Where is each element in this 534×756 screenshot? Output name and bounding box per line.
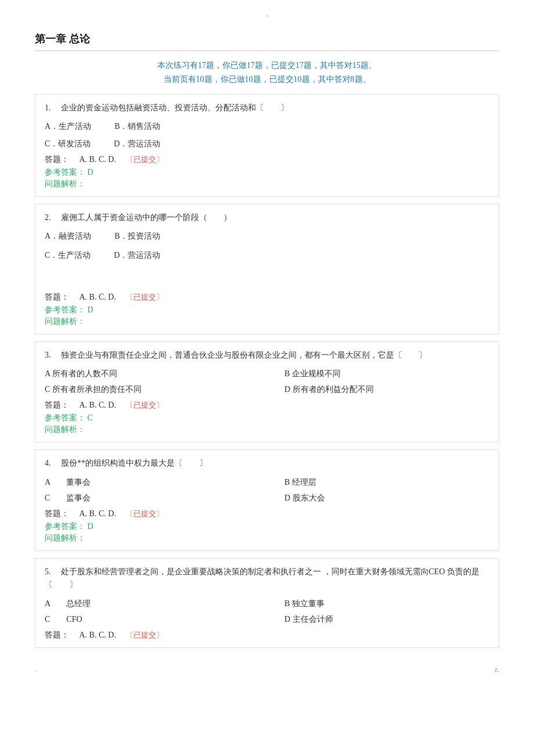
question-content-1: 企业的资金运动包括融资活动、投资活动、分配活动和〔 〕: [61, 103, 288, 112]
options-col-4: A 董事会 B 经理层 C 监事会 D 股东大会: [45, 475, 489, 505]
ref-value-2: D: [88, 305, 93, 314]
ref-answer-3: 参考答案： C: [45, 413, 489, 423]
option-3-B: B 企业规模不同: [284, 366, 489, 381]
analysis-1: 问题解析：: [45, 179, 489, 189]
answer-value-2: A. B. C. D.: [80, 293, 116, 301]
option-1-A: A．生产活动: [45, 119, 91, 134]
option-3-C: C 所有者所承担的责任不同: [45, 382, 250, 397]
option-5-B: B 独立董事: [284, 596, 489, 611]
question-block-2: 2. 雇佣工人属于资金运动中的哪一个阶段（ ） A．融资活动 B．投资活动 C．…: [35, 204, 499, 334]
answer-line-4: 答题： A. B. C. D. 〔已提交〕: [45, 509, 489, 519]
submitted-badge-3: 〔已提交〕: [126, 401, 164, 409]
option-1-D: D．营运活动: [114, 136, 160, 151]
answer-line-3: 答题： A. B. C. D. 〔已提交〕: [45, 400, 489, 411]
option-2-D: D．营运活动: [114, 248, 160, 262]
options-row-2b: C．生产活动 D．营运活动: [45, 248, 489, 262]
question-content-5: 处于股东和经营管理者之间，是企业重要战略决策的制定者和执行者之一 ，同时在重大财…: [45, 567, 479, 589]
page-bottom-left: .: [35, 665, 37, 674]
answer-line-5: 答题： A. B. C. D. 〔已提交〕: [45, 630, 489, 640]
option-5-D: D 主任会计师: [284, 612, 489, 627]
question-content-4: 股份**的组织构造中权力最大是〔 〕: [61, 459, 207, 467]
question-number-2: 2.: [45, 213, 51, 222]
analysis-4: 问题解析：: [45, 533, 489, 543]
answer-label-5: 答题：: [45, 631, 69, 639]
answer-label-4: 答题：: [45, 509, 69, 518]
chapter-divider: [35, 51, 499, 51]
ref-label-4: 参考答案：: [45, 522, 85, 531]
ref-label-2: 参考答案：: [45, 305, 85, 314]
option-1-B: B．销售活动: [114, 119, 160, 134]
question-block-1: 1. 企业的资金运动包括融资活动、投资活动、分配活动和〔 〕 A．生产活动 B．…: [35, 94, 499, 197]
chapter-title: 第一章 总论: [35, 32, 499, 46]
submitted-badge-5: 〔已提交〕: [126, 631, 164, 639]
summary-section: 本次练习有17题，你已做17题，已提交17题，其中答对15题。 当前页有10题，…: [35, 60, 499, 85]
options-row-1: A．生产活动 B．销售活动: [45, 119, 489, 134]
submitted-badge-1: 〔已提交〕: [126, 155, 164, 164]
option-1-C: C．研发活动: [45, 136, 91, 151]
question-number-3: 3.: [45, 351, 51, 359]
question-number-5: 5.: [45, 567, 51, 576]
option-4-C: C 监事会: [45, 491, 250, 505]
option-4-D: D 股东大会: [284, 491, 489, 505]
answer-line-1: 答题： A. B. C. D. 〔已提交〕: [45, 154, 489, 165]
options-col-5: A 总经理 B 独立董事 C CFO D 主任会计师: [45, 596, 489, 627]
ref-label-1: 参考答案：: [45, 168, 85, 177]
answer-label-1: 答题：: [45, 155, 69, 164]
ref-answer-1: 参考答案： D: [45, 167, 489, 178]
question-text-5: 5. 处于股东和经营管理者之间，是企业重要战略决策的制定者和执行者之一 ，同时在…: [45, 566, 489, 592]
submitted-badge-2: 〔已提交〕: [126, 293, 164, 301]
option-2-A: A．融资活动: [45, 229, 91, 243]
ref-answer-4: 参考答案： D: [45, 521, 489, 532]
answer-label-2: 答题：: [45, 293, 69, 301]
ref-value-4: D: [88, 522, 93, 531]
option-4-B: B 经理层: [284, 475, 489, 489]
question-number-4: 4.: [45, 459, 51, 467]
question-content-2: 雇佣工人属于资金运动中的哪一个阶段（ ）: [61, 213, 232, 222]
option-2-C: C．生产活动: [45, 248, 91, 262]
question-number-1: 1.: [45, 103, 51, 112]
answer-value-4: A. B. C. D.: [80, 509, 116, 518]
question-block-3: 3. 独资企业与有限责任企业之间，普通合伙企业与股份有限企业之间，都有一个最大区…: [35, 341, 499, 443]
option-2-B: B．投资活动: [114, 229, 160, 243]
page-bottom: . z.: [35, 665, 499, 674]
ref-value-3: C: [88, 413, 93, 422]
answer-value-3: A. B. C. D.: [80, 401, 116, 409]
answer-value-1: A. B. C. D.: [80, 155, 116, 164]
options-row-1b: C．研发活动 D．营运活动: [45, 136, 489, 151]
option-4-A: A 董事会: [45, 475, 250, 489]
question-content-3: 独资企业与有限责任企业之间，普通合伙企业与股份有限企业之间，都有一个最大区别，它…: [61, 351, 427, 359]
page-top-dash: -: [35, 12, 499, 20]
question-text-4: 4. 股份**的组织构造中权力最大是〔 〕: [45, 457, 489, 470]
question-text-3: 3. 独资企业与有限责任企业之间，普通合伙企业与股份有限企业之间，都有一个最大区…: [45, 349, 489, 362]
ref-value-1: D: [88, 168, 93, 177]
answer-line-2: 答题： A. B. C. D. 〔已提交〕: [45, 292, 489, 303]
analysis-3: 问题解析：: [45, 424, 489, 435]
ref-answer-2: 参考答案： D: [45, 305, 489, 315]
question-text-1: 1. 企业的资金运动包括融资活动、投资活动、分配活动和〔 〕: [45, 102, 489, 114]
question-block-4: 4. 股份**的组织构造中权力最大是〔 〕 A 董事会 B 经理层 C 监事会 …: [35, 449, 499, 551]
option-5-C: C CFO: [45, 612, 250, 627]
answer-label-3: 答题：: [45, 401, 69, 409]
submitted-badge-4: 〔已提交〕: [126, 509, 164, 518]
analysis-2: 问题解析：: [45, 316, 489, 327]
options-col-3: A 所有者的人数不同 B 企业规模不同 C 所有者所承担的责任不同 D 所有者的…: [45, 366, 489, 397]
options-row-2a: A．融资活动 B．投资活动: [45, 229, 489, 243]
option-3-D: D 所有者的利益分配不同: [284, 382, 489, 397]
option-3-A: A 所有者的人数不同: [45, 366, 250, 381]
summary-line-2: 当前页有10题，你已做10题，已提交10题，其中答对8题。: [35, 74, 499, 85]
page-bottom-right: z.: [495, 665, 499, 674]
question-block-5: 5. 处于股东和经营管理者之间，是企业重要战略决策的制定者和执行者之一 ，同时在…: [35, 558, 499, 648]
question-text-2: 2. 雇佣工人属于资金运动中的哪一个阶段（ ）: [45, 211, 489, 224]
answer-value-5: A. B. C. D.: [80, 631, 116, 639]
ref-label-3: 参考答案：: [45, 413, 85, 422]
summary-line-1: 本次练习有17题，你已做17题，已提交17题，其中答对15题。: [35, 60, 499, 71]
option-5-A: A 总经理: [45, 596, 250, 611]
